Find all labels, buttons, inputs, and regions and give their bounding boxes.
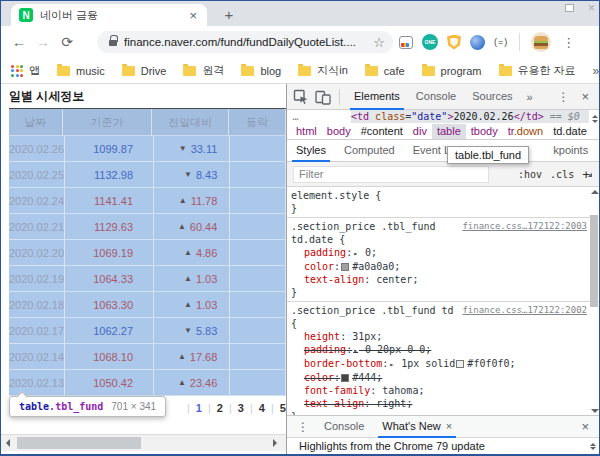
window-close-icon[interactable]: × bbox=[588, 3, 595, 13]
breadcrumb-item[interactable]: tr.down bbox=[503, 124, 548, 140]
new-tab-button[interactable]: + bbox=[219, 5, 239, 25]
stylesheet-link[interactable]: finance.css…172122:2002 bbox=[462, 304, 587, 330]
profile-avatar[interactable] bbox=[531, 32, 551, 52]
bookmark-folder[interactable]: program bbox=[422, 65, 482, 77]
css-rule[interactable]: element.style {} bbox=[287, 187, 600, 218]
css-rule[interactable]: .section_price .tbl_fund td {finance.css… bbox=[287, 302, 600, 418]
toggle-hover-state[interactable]: :hov bbox=[518, 169, 542, 180]
color-swatch[interactable] bbox=[456, 360, 464, 368]
whats-new-text[interactable]: Highlights from the Chrome 79 update bbox=[299, 440, 485, 452]
breadcrumb-item[interactable]: table bbox=[432, 124, 466, 140]
css-declaration[interactable]: padding:▸ 0; bbox=[291, 246, 587, 260]
css-declaration[interactable]: font-family: tahoma; bbox=[291, 384, 587, 397]
css-declaration[interactable]: border-bottom:▸ 1px solid#f0f0f0; bbox=[291, 357, 587, 371]
drawer-scroll-spinner-icon[interactable] bbox=[589, 439, 597, 454]
breadcrumb-item[interactable]: body bbox=[322, 124, 356, 140]
breadcrumb-item[interactable]: td.date bbox=[548, 124, 592, 140]
css-declaration[interactable]: color:#444; bbox=[291, 371, 587, 384]
bookmarks-overflow-icon[interactable]: » bbox=[593, 64, 600, 78]
bookmark-folder[interactable]: 유용한 자료 bbox=[499, 63, 576, 78]
bookmark-folder[interactable]: 지식in bbox=[298, 63, 348, 78]
table-row[interactable]: 2020.02.251132.98▼8.43 bbox=[9, 162, 286, 188]
url-text[interactable]: finance.naver.com/fund/fundDailyQuoteLis… bbox=[124, 36, 369, 48]
drawer-close-icon[interactable]: × bbox=[573, 419, 597, 434]
selected-element-line[interactable]: …<td class="date">2020.02.26</td> == $0 bbox=[287, 110, 600, 124]
back-button[interactable]: ← bbox=[7, 34, 31, 50]
page-number[interactable]: 3 bbox=[238, 402, 244, 414]
table-row[interactable]: 2020.02.171062.27▼5.83 bbox=[9, 318, 286, 344]
device-toolbar-icon[interactable] bbox=[315, 89, 331, 105]
table-row[interactable]: 2020.02.201069.19▲4.86 bbox=[9, 240, 286, 266]
table-row[interactable]: 2020.02.211129.63▲60.44 bbox=[9, 214, 286, 240]
css-declaration[interactable]: padding:▸ 0 20px 0 0; bbox=[291, 343, 587, 357]
scroll-left-icon[interactable] bbox=[6, 439, 10, 447]
devtools-tab-console[interactable]: Console bbox=[408, 84, 464, 110]
scroll-down-icon[interactable] bbox=[591, 409, 599, 413]
scrollbar-thumb[interactable] bbox=[590, 215, 598, 307]
bookmark-folder[interactable]: cafe bbox=[365, 65, 405, 77]
devtools-tab-elements[interactable]: Elements bbox=[346, 84, 408, 110]
toggle-classes[interactable]: .cls bbox=[550, 169, 574, 180]
tab-computed[interactable]: Computed bbox=[335, 140, 404, 162]
equals-extension-icon[interactable]: (=) bbox=[494, 37, 508, 47]
more-tabs-icon[interactable]: » bbox=[521, 91, 539, 103]
scroll-up-icon[interactable] bbox=[591, 190, 599, 194]
address-bar[interactable]: finance.naver.com/fund/fundDailyQuoteLis… bbox=[97, 31, 393, 53]
drawer-menu-icon[interactable]: ⋮ bbox=[291, 420, 315, 434]
chrome-menu-icon[interactable]: ⋮ bbox=[562, 35, 575, 50]
styles-vertical-scrollbar[interactable] bbox=[589, 187, 600, 418]
color-swatch[interactable] bbox=[341, 263, 349, 271]
devtools-close-icon[interactable]: × bbox=[575, 89, 595, 104]
apps-shortcut[interactable]: 앱 bbox=[11, 63, 40, 78]
elements-scroll-spinner-icon[interactable] bbox=[591, 112, 599, 126]
bookmark-folder[interactable]: Drive bbox=[122, 65, 167, 77]
tab-dom-breakpoints[interactable]: kpoints bbox=[544, 140, 597, 162]
table-row[interactable]: 2020.02.181063.30▲1.03 bbox=[9, 292, 286, 318]
css-rule[interactable]: .section_price .tbl_fundfinance.css…1721… bbox=[287, 218, 600, 302]
table-row[interactable]: 2020.02.261099.87▼33.11 bbox=[9, 136, 286, 162]
blue-swirl-extension-icon[interactable] bbox=[470, 35, 485, 50]
breadcrumb-item[interactable]: html bbox=[291, 124, 322, 140]
scrollbar-thumb[interactable] bbox=[17, 437, 141, 449]
shield-extension-icon[interactable] bbox=[447, 35, 461, 50]
styles-filter-input[interactable] bbox=[293, 166, 489, 183]
page-number[interactable]: 4 bbox=[259, 402, 265, 414]
css-declaration[interactable]: text-align: right; bbox=[291, 397, 587, 410]
page-number[interactable]: 5 bbox=[280, 402, 286, 414]
page-number[interactable]: 1 bbox=[196, 402, 202, 414]
reload-button[interactable]: ⟳ bbox=[55, 34, 79, 50]
bookmark-folder[interactable]: blog bbox=[241, 65, 281, 77]
window-restore-icon[interactable] bbox=[565, 4, 574, 12]
stylesheet-link[interactable]: finance.css…172122:2003 bbox=[462, 220, 587, 233]
devtools-tab-sources[interactable]: Sources bbox=[464, 84, 520, 110]
horizontal-scrollbar[interactable] bbox=[1, 434, 286, 451]
page-number[interactable]: 2 bbox=[217, 402, 223, 414]
scroll-right-icon[interactable] bbox=[273, 439, 277, 447]
drawer-tab-console[interactable]: Console bbox=[315, 416, 373, 438]
onetab-extension-icon[interactable]: ONE bbox=[422, 34, 438, 50]
screenshot-extension-icon[interactable] bbox=[399, 36, 413, 49]
table-row[interactable]: 2020.02.191064.33▲1.03 bbox=[9, 266, 286, 292]
drawer-tab-whats-new[interactable]: What's New× bbox=[373, 416, 461, 438]
new-style-rule-button[interactable]: + bbox=[582, 167, 595, 182]
css-declaration[interactable]: height: 31px; bbox=[291, 330, 587, 343]
table-row[interactable]: 2020.02.131050.42▲23.46 bbox=[9, 370, 286, 396]
bookmark-folder[interactable]: music bbox=[57, 65, 105, 77]
css-declaration[interactable]: text-align: center; bbox=[291, 273, 587, 286]
tab-styles[interactable]: Styles bbox=[287, 140, 335, 162]
table-row[interactable]: 2020.02.241141.41▲11.78 bbox=[9, 188, 286, 214]
bookmark-folder[interactable]: 원격 bbox=[183, 63, 224, 78]
breadcrumb-item[interactable]: #content bbox=[356, 124, 408, 140]
devtools-menu-icon[interactable]: ⋮ bbox=[551, 90, 575, 104]
inspect-element-icon[interactable] bbox=[293, 89, 309, 105]
breadcrumb-item[interactable]: div bbox=[408, 124, 432, 140]
color-swatch[interactable] bbox=[341, 374, 349, 382]
drawer-tab-close-icon[interactable]: × bbox=[446, 420, 452, 432]
table-row[interactable]: 2020.02.141068.10▲17.68 bbox=[9, 344, 286, 370]
breadcrumb-item[interactable]: tbody bbox=[466, 124, 503, 140]
browser-tab[interactable]: N 네이버 금융 × bbox=[11, 4, 207, 26]
tab-close-icon[interactable]: × bbox=[187, 8, 199, 23]
forward-button[interactable]: → bbox=[31, 34, 55, 50]
css-declaration[interactable]: color:#a0a0a0; bbox=[291, 260, 587, 273]
collapsed-ancestors[interactable]: … bbox=[293, 111, 299, 122]
